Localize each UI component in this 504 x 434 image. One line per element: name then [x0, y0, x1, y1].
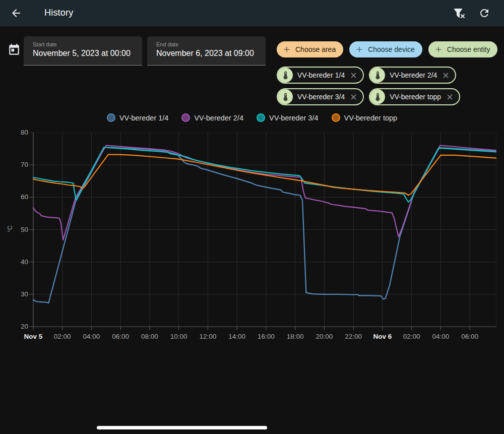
x-tick-label: 06:00: [452, 333, 487, 340]
end-date-label: End date: [156, 41, 266, 47]
y-tick-label: 50: [0, 226, 28, 233]
x-tick-label: 04:00: [74, 333, 109, 340]
close-icon[interactable]: [446, 93, 454, 101]
thermometer-icon: [278, 89, 293, 104]
choose-area-button[interactable]: Choose area: [277, 41, 343, 57]
x-tick-label: 10:00: [161, 333, 197, 340]
legend-label: VV-bereder 1/4: [119, 114, 169, 122]
chart-plot-area[interactable]: [29, 133, 496, 333]
legend-item[interactable]: VV-bereder 1/4: [107, 113, 169, 122]
y-tick-label: 70: [0, 161, 28, 168]
x-tick-label: 20:00: [306, 333, 342, 340]
choose-device-label: Choose device: [368, 45, 415, 53]
legend-label: VV-bereder 2/4: [194, 114, 243, 122]
plus-icon: [434, 45, 443, 54]
entity-chip[interactable]: VV-bereder 3/4: [277, 88, 364, 105]
close-icon[interactable]: [349, 93, 358, 101]
plus-icon: [355, 45, 364, 54]
x-tick-label: 04:00: [423, 333, 458, 340]
legend-item[interactable]: VV-bereder topp: [332, 113, 398, 122]
x-tick-label: Nov 5: [16, 333, 51, 340]
entity-chip[interactable]: VV-bereder topp: [369, 88, 460, 105]
legend-dot: [332, 113, 340, 122]
x-tick-label: 08:00: [132, 333, 167, 340]
x-tick-label: 16:00: [248, 333, 284, 340]
thermometer-icon: [370, 89, 385, 104]
choose-device-button[interactable]: Choose device: [349, 41, 422, 57]
plus-icon: [282, 45, 291, 54]
y-axis-title: °C: [7, 225, 14, 232]
choose-entity-button[interactable]: Choose entity: [428, 41, 498, 57]
thermometer-icon: [370, 68, 385, 83]
entity-chip-label: VV-bereder 3/4: [297, 93, 345, 101]
entity-chip[interactable]: VV-bereder 1/4: [277, 67, 364, 84]
gesture-navigation-bar[interactable]: [97, 426, 267, 429]
y-tick-label: 20: [0, 323, 28, 330]
app-bar: History: [0, 0, 504, 26]
calendar-icon: [8, 43, 21, 56]
close-icon[interactable]: [442, 71, 450, 80]
y-tick-label: 40: [0, 258, 28, 266]
legend-label: VV-bereder topp: [344, 114, 398, 122]
chart-legend: VV-bereder 1/4 VV-bereder 2/4 VV-bereder…: [0, 113, 504, 122]
choose-entity-label: Choose entity: [447, 45, 490, 53]
close-icon[interactable]: [349, 71, 358, 80]
start-date-value: November 5, 2023 at 00:00: [33, 49, 131, 57]
legend-item[interactable]: VV-bereder 2/4: [181, 113, 243, 122]
entity-chip-label: VV-bereder 2/4: [390, 71, 437, 79]
x-tick-label: 22:00: [336, 333, 371, 340]
selected-entities: VV-bereder 1/4 VV-bereder 2/4 VV-bereder…: [277, 67, 488, 105]
x-tick-label: Nov 6: [365, 333, 400, 340]
end-date-value: November 6, 2023 at 09:00: [156, 49, 254, 57]
entity-chip-label: VV-bereder topp: [390, 93, 441, 101]
x-tick-label: 12:00: [190, 333, 225, 340]
legend-item[interactable]: VV-bereder 3/4: [257, 113, 319, 122]
y-tick-label: 30: [0, 290, 28, 298]
page-title: History: [44, 8, 73, 18]
choose-area-label: Choose area: [295, 45, 336, 53]
legend-label: VV-bereder 3/4: [269, 114, 319, 122]
x-tick-label: 06:00: [103, 333, 138, 340]
legend-dot: [257, 113, 265, 122]
x-tick-label: 02:00: [45, 333, 80, 340]
back-arrow-icon[interactable]: [10, 7, 22, 19]
thermometer-icon: [278, 68, 293, 83]
x-tick-label: 14:00: [219, 333, 255, 340]
start-date-label: Start date: [33, 41, 142, 47]
x-tick-label: 02:00: [394, 333, 429, 340]
start-date-field[interactable]: Start date November 5, 2023 at 00:00: [24, 36, 142, 66]
refresh-icon[interactable]: [478, 7, 490, 19]
entity-chip[interactable]: VV-bereder 2/4: [369, 67, 456, 84]
y-tick-label: 80: [0, 129, 28, 136]
filter-remove-icon[interactable]: [453, 7, 465, 19]
legend-dot: [181, 113, 190, 122]
end-date-field[interactable]: End date November 6, 2023 at 09:00: [147, 36, 266, 66]
filter-chips-row: Choose area Choose device Choose entity: [277, 41, 497, 57]
entity-chip-label: VV-bereder 1/4: [297, 71, 345, 79]
legend-dot: [107, 113, 115, 122]
y-tick-label: 60: [0, 193, 28, 201]
x-tick-label: 18:00: [278, 333, 313, 340]
